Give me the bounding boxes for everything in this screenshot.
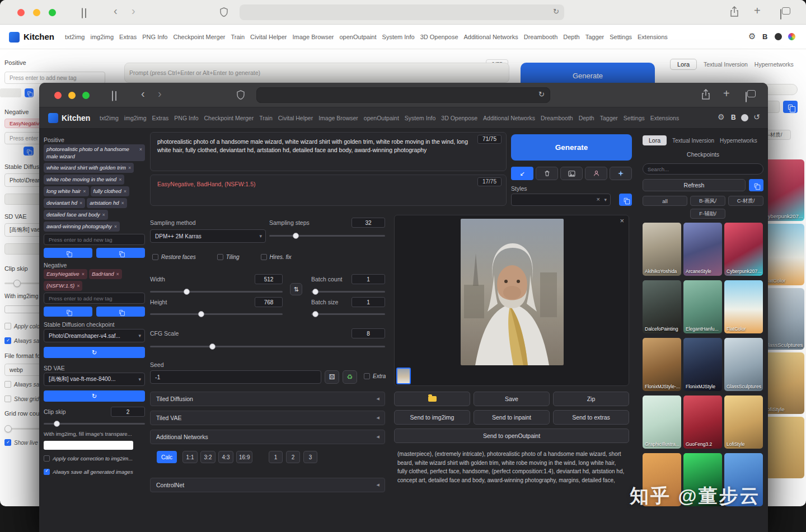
tag-copy-button[interactable]: [44, 307, 92, 317]
generate-button[interactable]: Generate: [511, 134, 632, 161]
tag-paste-button[interactable]: [96, 307, 145, 317]
send-to-inpaint-button[interactable]: Send to inpaint: [474, 410, 550, 425]
close-preview-icon[interactable]: ×: [620, 216, 624, 225]
prompt-tag[interactable]: white robe moving in the wind: [44, 175, 124, 185]
lora-search-input[interactable]: [643, 163, 763, 175]
nav-tab[interactable]: Image Browser: [318, 115, 358, 121]
lora-card[interactable]: LofiStyle: [724, 396, 763, 449]
lora-filter-button[interactable]: F-辅助/: [690, 209, 725, 219]
settings-gear-icon[interactable]: ⚙: [748, 31, 756, 41]
negative-prompt-box[interactable]: EasyNegative, BadHand, (NSFW:1.5) 17/75: [150, 175, 507, 206]
remove-tag-icon[interactable]: [114, 270, 119, 278]
lora-extra-button[interactable]: [783, 101, 798, 113]
reuse-seed-button[interactable]: ♻: [343, 370, 357, 384]
accordion[interactable]: Tiled Diffusion: [150, 392, 385, 406]
nav-tab[interactable]: 3D Openpose: [441, 115, 477, 121]
lora-card[interactable]: FlonixMJStyle: [683, 338, 722, 391]
page-button[interactable]: 2: [286, 451, 300, 463]
reload-icon[interactable]: ↻: [538, 90, 545, 98]
lora-refresh-button[interactable]: Refresh: [643, 179, 746, 191]
seed-input[interactable]: [150, 370, 321, 384]
nav-tab[interactable]: Additional Networks: [483, 115, 535, 121]
zip-button[interactable]: Zip: [553, 392, 629, 406]
nav-tab[interactable]: Dreambooth: [524, 34, 558, 40]
nav-tab[interactable]: Depth: [579, 115, 594, 121]
height-slider[interactable]: [150, 313, 283, 315]
random-seed-button[interactable]: ⚄: [325, 370, 339, 384]
send-to-img2img-button[interactable]: Send to img2img: [394, 410, 470, 425]
checkpoint-refresh-button[interactable]: ↻: [44, 347, 145, 358]
lora-card[interactable]: FlatColor: [724, 280, 763, 333]
nav-tab[interactable]: PNG Info: [174, 115, 198, 121]
ratio-button[interactable]: 16:9: [236, 451, 252, 463]
tab-overview-icon[interactable]: [780, 9, 781, 20]
open-folder-button[interactable]: [394, 392, 470, 406]
prompt-input[interactable]: [124, 63, 509, 83]
send-to-openoutpaint-button[interactable]: Send to openOutpaint: [394, 429, 629, 443]
tag-tool-button[interactable]: [25, 88, 34, 97]
nav-tab[interactable]: Train: [259, 115, 273, 121]
reload-icon[interactable]: ↻: [553, 7, 559, 16]
lora-card[interactable]: Cyberpunk207...: [762, 159, 804, 221]
shield-icon[interactable]: [236, 90, 245, 100]
nav-tab[interactable]: System Info: [405, 115, 435, 121]
prompt-tag[interactable]: white wizard shirt with golden trim: [44, 163, 134, 173]
nav-tab[interactable]: Depth: [563, 34, 579, 40]
prompt-tag[interactable]: artstation hd: [87, 198, 127, 208]
always-save-checkbox[interactable]: Always save all generated images: [44, 469, 145, 475]
sampling-steps-value[interactable]: 32: [352, 218, 385, 228]
swap-dimensions-button[interactable]: ⇅: [290, 283, 302, 295]
vae-refresh-button[interactable]: ↻: [44, 390, 145, 402]
nav-tab[interactable]: Civital Helper: [250, 34, 287, 40]
slider-knob[interactable]: [184, 289, 190, 295]
page-button[interactable]: 1: [269, 451, 283, 463]
lora-filter-button[interactable]: C-材质/: [728, 196, 763, 206]
remove-tag-icon[interactable]: [79, 270, 85, 278]
toggle-checkbox[interactable]: Hires. fix: [261, 254, 292, 260]
show-grid-checkbox[interactable]: Show grid: [4, 396, 39, 402]
clear-styles-icon[interactable]: ×: [597, 196, 600, 203]
nav-tab[interactable]: txt2img: [100, 115, 119, 121]
generated-image[interactable]: [461, 219, 564, 365]
tab-hypernetworks[interactable]: Hypernetworks: [720, 138, 757, 144]
url-bar[interactable]: ↻: [240, 4, 564, 20]
tab-lora[interactable]: Lora: [643, 135, 667, 145]
toggle-checkbox[interactable]: Tiling: [217, 254, 240, 260]
send-prompt-button[interactable]: ↙: [511, 167, 533, 180]
shield-icon[interactable]: [219, 7, 228, 17]
lora-card[interactable]: AkihikoYoshida: [643, 223, 681, 276]
lora-card[interactable]: DalcefoPainting: [643, 280, 681, 333]
back-button[interactable]: ‹: [141, 87, 145, 100]
ratio-button[interactable]: 1:1: [182, 451, 198, 463]
cfg-slider[interactable]: [150, 346, 385, 347]
prompt-tag[interactable]: detailed face and body: [44, 210, 108, 220]
settings-gear-icon[interactable]: ⚙: [718, 112, 725, 121]
close-button[interactable]: [17, 9, 25, 16]
prompt-tag[interactable]: deviantart hd: [44, 198, 85, 208]
share-icon[interactable]: [729, 6, 739, 17]
lora-card[interactable]: [762, 417, 804, 478]
send-to-extras-button[interactable]: Send to extras: [553, 410, 629, 425]
nav-tab[interactable]: Tagger: [585, 34, 604, 40]
fill-color-picker[interactable]: [44, 441, 133, 450]
batch-count-slider[interactable]: [311, 291, 385, 293]
sampling-steps-slider[interactable]: [269, 235, 385, 237]
remove-tag-icon[interactable]: [74, 282, 79, 290]
prompt-tag[interactable]: photorealistic photo of a handsome male …: [44, 144, 145, 161]
tab-overview-icon[interactable]: [746, 92, 747, 102]
zoom-button[interactable]: [49, 9, 56, 16]
nav-tab[interactable]: System Info: [382, 34, 415, 40]
lora-card[interactable]: GlassSculptures: [724, 338, 763, 391]
close-button[interactable]: [54, 92, 62, 99]
new-tab-button[interactable]: +: [754, 4, 761, 17]
tab-lora[interactable]: Lora: [670, 59, 697, 70]
github-icon[interactable]: [775, 33, 782, 40]
batch-size-slider[interactable]: [311, 313, 385, 315]
controlnet-accordion[interactable]: ControlNet: [150, 478, 385, 492]
preview-thumbnail[interactable]: [396, 368, 411, 384]
tag-copy-button[interactable]: [44, 248, 92, 258]
add-negative-tag-input[interactable]: [44, 293, 145, 304]
nav-tab[interactable]: Checkpoint Merger: [204, 115, 254, 121]
history-icon[interactable]: ↺: [753, 112, 760, 121]
prompt-box[interactable]: photorealistic photo of a handsome male …: [150, 132, 507, 171]
